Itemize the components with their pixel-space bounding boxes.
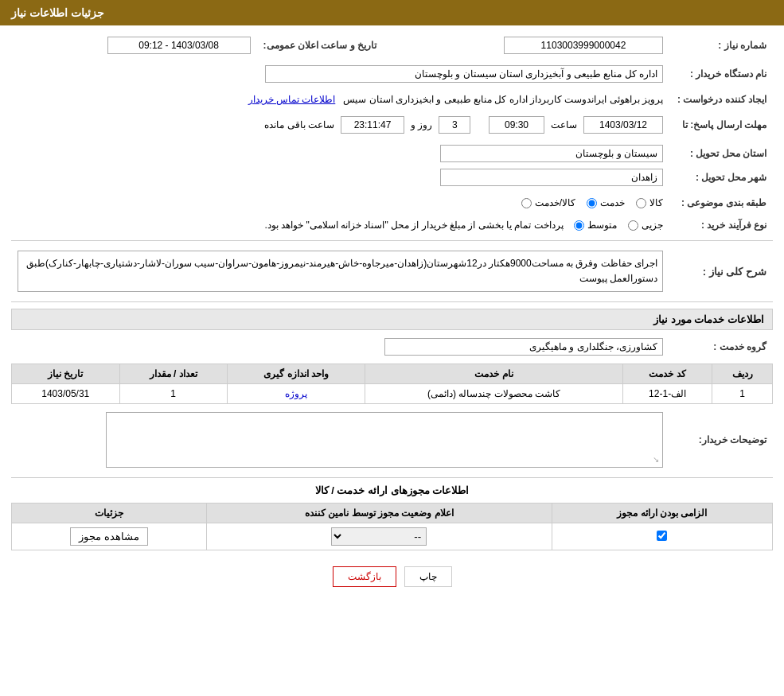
request-number-label: شماره نیاز : bbox=[669, 33, 773, 57]
deadline-label: مهلت ارسال پاسخ: تا bbox=[669, 113, 773, 137]
request-number-box: 1103003999000042 bbox=[504, 37, 663, 54]
buyer-notes-value: ↘ bbox=[11, 409, 669, 471]
deadline-row: 1403/03/12 ساعت 09:30 3 روز و 23:11:47 س… bbox=[11, 113, 669, 137]
cell-row-num: 1 bbox=[712, 384, 773, 404]
perm-required-checkbox[interactable] bbox=[657, 531, 667, 541]
deadline-table: مهلت ارسال پاسخ: تا 1403/03/12 ساعت 09:3… bbox=[11, 113, 773, 137]
deadline-time-box: 09:30 bbox=[489, 116, 544, 134]
back-button[interactable]: بازگشت bbox=[333, 566, 396, 587]
request-number-value: 1103003999000042 bbox=[399, 33, 669, 57]
purchase-motawaset-label: متوسط bbox=[587, 220, 617, 231]
purchase-motawaset-input[interactable] bbox=[574, 220, 584, 231]
public-announce-label: تاریخ و ساعت اعلان عمومی: bbox=[257, 33, 383, 57]
province-box: سیستان و بلوچستان bbox=[440, 145, 663, 162]
requester-table: ایجاد کننده درخواست : پرویز براهوئی ایرا… bbox=[11, 91, 773, 108]
purchase-type-motawaset[interactable]: متوسط bbox=[574, 220, 617, 231]
service-group-box: کشاورزی، جنگلداری و ماهیگیری bbox=[384, 338, 663, 356]
purchase-type-options: جزیی متوسط پرداخت تمام یا بخشی از مبلغ خ… bbox=[11, 216, 669, 234]
print-button[interactable]: چاپ bbox=[404, 566, 452, 587]
purchase-type-jozii[interactable]: جزیی bbox=[628, 220, 663, 231]
buyer-notes-table: توضیحات خریدار: ↘ bbox=[11, 409, 773, 471]
hours-label: ساعت باقی مانده bbox=[264, 119, 334, 130]
buyer-org-table: نام دستگاه خریدار : اداره کل منابع طبیعی… bbox=[11, 62, 773, 86]
city-label: شهر محل تحویل : bbox=[669, 165, 773, 189]
time-label: ساعت bbox=[551, 119, 577, 130]
category-radio-khedmat[interactable]: خدمت bbox=[587, 197, 625, 208]
category-both-label: کالا/خدمت bbox=[535, 197, 575, 208]
perm-announce-select[interactable]: -- bbox=[331, 527, 427, 546]
province-label: استان محل تحویل : bbox=[669, 142, 773, 165]
category-khedmat-input[interactable] bbox=[587, 198, 597, 208]
cell-quantity: 1 bbox=[119, 384, 227, 404]
perm-col-required: الزامی بودن ارائه مجوز bbox=[552, 504, 772, 523]
top-info-table: شماره نیاز : 1103003999000042 تاریخ و سا… bbox=[11, 33, 773, 57]
deadline-days-box: 3 bbox=[439, 116, 470, 134]
deadline-remaining-box: 23:11:47 bbox=[341, 116, 404, 134]
cell-service-name: کاشت محصولات چندساله (دائمی) bbox=[365, 384, 622, 404]
button-row: چاپ بازگشت bbox=[11, 555, 773, 598]
main-content: شماره نیاز : 1103003999000042 تاریخ و سا… bbox=[0, 25, 784, 606]
general-desc-box: اجرای حفاظت وفرق به مساحت9000هکتار در12ش… bbox=[18, 251, 663, 292]
permissions-title: اطلاعات مجوزهای ارائه خدمت / کالا bbox=[11, 484, 773, 496]
buyer-notes-label: توضیحات خریدار: bbox=[669, 409, 773, 471]
category-khedmat-label: خدمت bbox=[600, 197, 625, 208]
city-box: زاهدان bbox=[440, 169, 663, 186]
perm-col-announce: اعلام وضعیت مجوز توسط نامین کننده bbox=[206, 504, 552, 523]
public-announce-box: 1403/03/08 - 09:12 bbox=[107, 37, 251, 54]
category-kala-input[interactable] bbox=[636, 198, 646, 208]
province-table: استان محل تحویل : سیستان و بلوچستان شهر … bbox=[11, 142, 773, 189]
province-value: سیستان و بلوچستان bbox=[11, 142, 669, 165]
service-group-table: گروه خدمت : کشاورزی، جنگلداری و ماهیگیری bbox=[11, 335, 773, 359]
category-kala-label: کالا bbox=[649, 197, 663, 208]
category-radio-kala[interactable]: کالا bbox=[636, 197, 663, 208]
purchase-type-table: نوع فرآیند خرید : جزیی متوسط پرداخت تمام… bbox=[11, 216, 773, 234]
general-desc-value: اجرای حفاظت وفرق به مساحت9000هکتار در12ش… bbox=[11, 247, 669, 295]
separator-2 bbox=[11, 301, 773, 302]
purchase-type-note: پرداخت تمام یا بخشی از مبلغ خریدار از مح… bbox=[264, 220, 563, 231]
category-label: طبقه بندی موضوعی : bbox=[669, 194, 773, 212]
purchase-type-label: نوع فرآیند خرید : bbox=[669, 216, 773, 234]
city-value: زاهدان bbox=[11, 165, 669, 189]
public-announce-value: 1403/03/08 - 09:12 bbox=[11, 33, 257, 57]
purchase-jozii-label: جزیی bbox=[642, 220, 663, 231]
requester-text: پرویز براهوئی ایراندوست کاربرداز اداره ک… bbox=[343, 94, 663, 105]
service-group-value: کشاورزی، جنگلداری و ماهیگیری bbox=[11, 335, 669, 359]
buyer-org-value: اداره کل منابع طبیعی و آبخیزداری استان س… bbox=[11, 62, 669, 86]
buyer-org-box: اداره کل منابع طبیعی و آبخیزداری استان س… bbox=[265, 65, 663, 83]
buyer-notes-box: ↘ bbox=[106, 412, 663, 468]
table-row: 1 الف-1-12 کاشت محصولات چندساله (دائمی) … bbox=[12, 384, 773, 404]
days-label: روز و bbox=[411, 119, 432, 130]
perm-col-details: جزئیات bbox=[12, 504, 207, 523]
col-quantity: تعداد / مقدار bbox=[119, 364, 227, 384]
permissions-row: -- مشاهده مجوز bbox=[12, 523, 773, 550]
col-unit: واحد اندازه گیری bbox=[227, 364, 365, 384]
category-both-input[interactable] bbox=[521, 198, 532, 208]
col-date: تاریخ نیاز bbox=[12, 364, 120, 384]
separator-1 bbox=[11, 240, 773, 241]
services-table: ردیف کد خدمت نام خدمت واحد اندازه گیری ت… bbox=[11, 364, 773, 404]
buyer-org-label: نام دستگاه خریدار : bbox=[669, 62, 773, 86]
col-service-code: کد خدمت bbox=[622, 364, 712, 384]
page-title: جزئیات اطلاعات نیاز bbox=[11, 6, 104, 19]
col-row-num: ردیف bbox=[712, 364, 773, 384]
permissions-table: الزامی بودن ارائه مجوز اعلام وضعیت مجوز … bbox=[11, 503, 773, 550]
contact-link[interactable]: اطلاعات تماس خریدار bbox=[248, 94, 336, 105]
cell-date: 1403/05/31 bbox=[12, 384, 120, 404]
category-options: کالا خدمت کالا/خدمت bbox=[11, 194, 669, 212]
perm-announce-cell: -- bbox=[206, 523, 552, 550]
category-table: طبقه بندی موضوعی : کالا خدمت کالا/خدمت bbox=[11, 194, 773, 212]
perm-details-cell: مشاهده مجوز bbox=[12, 523, 207, 550]
requester-label: ایجاد کننده درخواست : bbox=[669, 91, 773, 108]
service-group-label: گروه خدمت : bbox=[669, 335, 773, 359]
purchase-jozii-input[interactable] bbox=[628, 220, 638, 231]
cell-service-code: الف-1-12 bbox=[622, 384, 712, 404]
page-header: جزئیات اطلاعات نیاز bbox=[0, 0, 784, 25]
page-wrapper: جزئیات اطلاعات نیاز شماره نیاز : 1103003… bbox=[0, 0, 784, 696]
general-desc-label: شرح کلی نیاز : bbox=[669, 247, 773, 295]
perm-required-cell bbox=[552, 523, 772, 550]
category-radio-both[interactable]: کالا/خدمت bbox=[521, 197, 575, 208]
cell-unit: پروژه bbox=[227, 384, 365, 404]
requester-value: پرویز براهوئی ایراندوست کاربرداز اداره ک… bbox=[11, 91, 669, 108]
view-permit-button[interactable]: مشاهده مجوز bbox=[70, 527, 148, 546]
col-service-name: نام خدمت bbox=[365, 364, 622, 384]
